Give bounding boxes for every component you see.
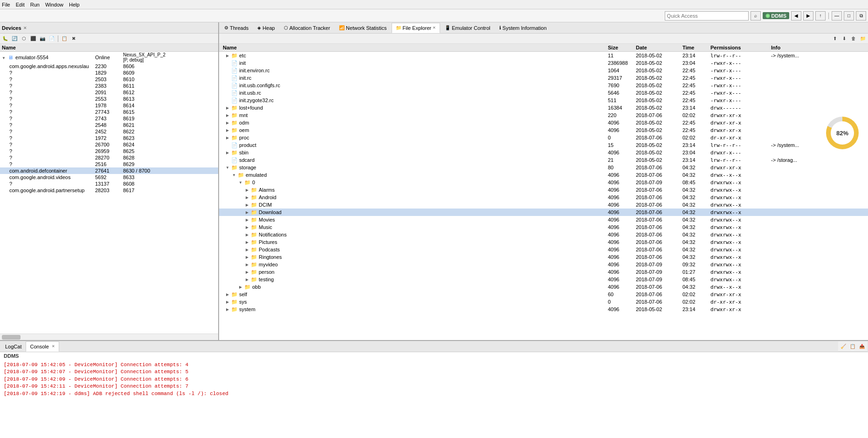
devices-content[interactable]: ▼ 🖥 emulator-5554 Online Nexus_5X_API_P_… — [0, 52, 218, 334]
file-row[interactable]: ▶ 📁 system 4096 2018-05-02 23:14 drwxr-x… — [219, 306, 868, 313]
process-row[interactable]: ? 27743 8615 — [0, 109, 218, 115]
file-row[interactable]: ▶ 📁 myvideo 4096 2018-07-09 09:32 drwxrw… — [219, 261, 868, 268]
expand-icon[interactable]: ▶ — [244, 217, 250, 222]
device-hscroll[interactable] — [0, 334, 218, 340]
process-row[interactable]: com.google.android.partnersetup 28203 86… — [0, 187, 218, 194]
file-row[interactable]: ▶ 📁 Pictures 4096 2018-07-06 04:32 drwxr… — [219, 238, 868, 246]
file-row[interactable]: ▶ 📁 Podcasts 4096 2018-07-06 04:32 drwxr… — [219, 246, 868, 253]
fe-push-button[interactable]: ⬆ — [831, 35, 839, 43]
process-row[interactable]: ? 28270 8628 — [0, 154, 218, 161]
file-row[interactable]: 📄 init 2386988 2018-05-02 23:04 -rwxr-x-… — [219, 59, 868, 67]
menu-run[interactable]: Run — [30, 2, 40, 7]
screenshot-button[interactable]: 📷 — [38, 35, 47, 43]
update-threads-button[interactable]: 🔄 — [10, 35, 19, 43]
expand-icon[interactable]: ▶ — [244, 188, 250, 192]
maximize-button[interactable]: □ — [844, 11, 854, 21]
tab-network[interactable]: 📶 Network Statistics — [335, 23, 391, 33]
quick-access-search-button[interactable]: ⌕ — [751, 11, 761, 21]
file-row[interactable]: 📄 init.rc 29317 2018-05-02 22:45 -rwxr-x… — [219, 74, 868, 82]
expand-icon[interactable]: ▶ — [244, 247, 250, 252]
menu-file[interactable]: File — [2, 2, 10, 7]
quick-access-input[interactable] — [665, 11, 749, 21]
file-row[interactable]: ▶ 📁 Alarms 4096 2018-07-06 04:32 drwxrwx… — [219, 186, 868, 194]
file-row[interactable]: ▶ 📁 proc 0 2018-07-06 02:02 dr-xr-xr-x — [219, 134, 868, 141]
emulator-row[interactable]: ▼ 🖥 emulator-5554 Online Nexus_5X_API_P_… — [0, 52, 218, 63]
process-row[interactable]: ? 2452 8622 — [0, 128, 218, 135]
expand-icon[interactable]: ▶ — [244, 277, 250, 282]
tab-threads[interactable]: ⚙ Threads — [220, 23, 253, 33]
console-export-button[interactable]: 📤 — [858, 342, 866, 350]
file-row[interactable]: ▶ 📁 person 4096 2018-07-09 01:27 drwxrwx… — [219, 268, 868, 276]
file-row[interactable]: 📄 sdcard 21 2018-05-02 23:14 lrw-r--r-- … — [219, 156, 868, 164]
file-row[interactable]: ▶ 📁 Download 4096 2018-07-06 04:32 drwxr… — [219, 209, 868, 216]
expand-icon[interactable]: ▶ — [244, 232, 250, 237]
process-row[interactable]: ? 1978 8614 — [0, 102, 218, 109]
file-row[interactable]: ▶ 📁 mnt 220 2018-07-06 02:02 drwxr-xr-x — [219, 111, 868, 119]
expand-icon[interactable]: ▼ — [225, 165, 230, 170]
file-row[interactable]: ▼ 📁 storage 80 2018-07-06 04:32 drwxr-xr… — [219, 164, 868, 171]
console-copy-button[interactable]: 📋 — [848, 342, 857, 350]
file-row[interactable]: 📄 init.usb.rc 5646 2018-05-02 22:45 -rwx… — [219, 89, 868, 97]
file-row[interactable]: ▶ 📁 obb 4096 2018-07-06 04:32 drwx--x--x — [219, 283, 868, 291]
file-row[interactable]: ▶ 📁 Movies 4096 2018-07-06 04:32 drwxrwx… — [219, 216, 868, 223]
file-row[interactable]: ▼ 📁 0 4096 2018-07-09 08:45 drwxrwx--x — [219, 179, 868, 186]
nav-back-button[interactable]: ◀ — [791, 11, 801, 21]
expand-icon[interactable]: ▼ — [231, 173, 237, 177]
process-row[interactable]: ? 2091 8612 — [0, 89, 218, 96]
file-row[interactable]: 📄 init.zygote32.rc 511 2018-05-02 22:45 … — [219, 97, 868, 104]
menu-edit[interactable]: Edit — [16, 2, 25, 7]
file-row[interactable]: ▶ 📁 oem 4096 2018-05-02 22:45 drwxr-xr-x — [219, 126, 868, 134]
minimize-button[interactable]: — — [832, 11, 842, 21]
process-row[interactable]: ? 13137 8608 — [0, 181, 218, 187]
expand-icon[interactable]: ▶ — [225, 292, 230, 297]
expand-icon[interactable]: ▶ — [225, 307, 230, 312]
nav-up-button[interactable]: ↑ — [815, 11, 826, 21]
process-row[interactable]: ? 1972 8623 — [0, 135, 218, 141]
expand-icon[interactable]: ▶ — [225, 120, 230, 125]
file-row[interactable]: ▼ 📁 emulated 4096 2018-07-06 04:32 drwx-… — [219, 171, 868, 179]
file-row[interactable]: ▶ 📁 lost+found 16384 2018-05-02 23:14 dr… — [219, 104, 868, 111]
fe-delete-button[interactable]: 🗑 — [849, 35, 858, 43]
file-row[interactable]: ▶ 📁 etc 11 2018-05-02 23:14 lrw-r--r-- -… — [219, 52, 868, 59]
file-row[interactable]: ▶ 📁 Ringtones 4096 2018-07-06 04:32 drwx… — [219, 253, 868, 261]
expand-icon[interactable]: ▶ — [244, 262, 250, 267]
menu-help[interactable]: Help — [69, 2, 80, 7]
tab-system-info[interactable]: ℹ System Information — [495, 23, 551, 33]
stop-button[interactable]: ⬛ — [29, 35, 37, 43]
expand-icon[interactable]: ▶ — [225, 53, 230, 58]
process-row[interactable]: ? 26700 8624 — [0, 141, 218, 148]
file-row[interactable]: ▶ 📁 Notifications 4096 2018-07-06 04:32 … — [219, 231, 868, 238]
process-row[interactable]: ? 2553 8613 — [0, 96, 218, 102]
file-row[interactable]: ▶ 📁 self 60 2018-07-06 02:02 drwxr-xr-x — [219, 291, 868, 298]
tab-emulator-control[interactable]: 📱 Emulator Control — [441, 23, 495, 33]
tab-heap[interactable]: ◈ Heap — [253, 23, 279, 33]
expand-icon[interactable]: ▶ — [244, 210, 250, 215]
file-row[interactable]: ▶ 📁 sys 0 2018-07-06 02:02 dr-xr-xr-x — [219, 298, 868, 306]
expand-icon[interactable]: ▶ — [225, 128, 230, 132]
expand-icon[interactable]: ▶ — [225, 105, 230, 110]
logcat-button[interactable]: 📋 — [60, 35, 69, 43]
fe-pull-button[interactable]: ⬇ — [840, 35, 848, 43]
update-heap-button[interactable]: ⬡ — [20, 35, 28, 43]
dump-button[interactable]: 📄 — [48, 35, 56, 43]
file-content[interactable]: ▶ 📁 etc 11 2018-05-02 23:14 lrw-r--r-- -… — [219, 52, 868, 340]
process-row-selected[interactable]: com.android.defcontainer 27641 8630 / 87… — [0, 167, 218, 174]
process-row[interactable]: ? 1829 8609 — [0, 70, 218, 76]
console-clear-button[interactable]: 🧹 — [839, 342, 847, 350]
expand-icon[interactable]: ▶ — [225, 150, 230, 155]
expand-icon[interactable]: ▶ — [225, 113, 230, 118]
menu-window[interactable]: Window — [45, 2, 63, 7]
expand-icon[interactable]: ▼ — [238, 180, 243, 185]
process-row[interactable]: ? 26959 8625 — [0, 148, 218, 154]
expand-icon[interactable]: ▶ — [244, 270, 250, 274]
tab-allocation[interactable]: ⬡ Allocation Tracker — [280, 23, 334, 33]
process-row[interactable]: ? 2383 8611 — [0, 83, 218, 89]
tab-console[interactable]: Console ✕ — [26, 341, 59, 352]
clear-button[interactable]: ✖ — [69, 35, 78, 43]
file-row[interactable]: ▶ 📁 testing 4096 2018-07-09 08:45 drwxrw… — [219, 276, 868, 283]
fe-new-folder-button[interactable]: 📁 — [859, 35, 867, 43]
expand-icon[interactable]: ▶ — [225, 135, 230, 140]
debug-button[interactable]: 🐛 — [1, 35, 9, 43]
process-row[interactable]: ? 2548 8621 — [0, 122, 218, 128]
file-row[interactable]: 📄 product 15 2018-05-02 23:14 lrw-r--r--… — [219, 141, 868, 149]
